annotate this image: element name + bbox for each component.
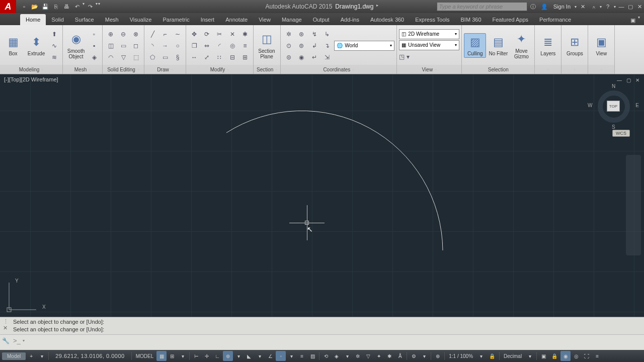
solidediting-expand-icon[interactable]: ▾ — [137, 67, 139, 72]
visual-style-combo[interactable]: ◫ 2D Wireframe▾ — [399, 29, 459, 39]
move-icon[interactable]: ✥ — [188, 29, 200, 40]
units-readout[interactable]: Decimal — [501, 351, 524, 361]
redo-dropdown-icon[interactable]: ▾ — [96, 2, 98, 12]
lineweight-icon[interactable]: ≡ — [297, 351, 307, 361]
infer-toggle-icon[interactable]: ⊢ — [191, 351, 201, 361]
scale-icon[interactable]: ⤢ — [201, 52, 213, 63]
viewcube-w[interactable]: W — [588, 103, 592, 108]
navigation-bar[interactable] — [626, 155, 641, 255]
layouts-menu-icon[interactable]: ▾ — [37, 351, 47, 361]
layers-expand-icon[interactable]: ▾ — [547, 67, 549, 72]
dynucs-icon[interactable]: ✲ — [353, 351, 363, 361]
trim-icon[interactable]: ✂ — [213, 29, 225, 40]
erase-icon[interactable]: ✕ — [226, 29, 238, 40]
ribbon-collapse-icon[interactable]: ▣ — [628, 15, 638, 25]
modelspace-button[interactable]: MODEL — [133, 351, 156, 361]
polygon-icon[interactable]: ⬠ — [146, 52, 158, 63]
polyline-icon[interactable]: ⌐ — [159, 29, 171, 40]
loft-icon[interactable]: ≋ — [48, 52, 60, 63]
model-tab[interactable]: Model — [2, 352, 26, 360]
add-layout-icon[interactable]: + — [26, 351, 36, 361]
viewcube[interactable]: TOP N S E W — [594, 86, 634, 127]
presspull-icon[interactable]: ⬆ — [48, 29, 60, 40]
coordinates-readout[interactable]: 29.6212, 13.0106, 0.0000 — [50, 353, 129, 359]
ortho-toggle-icon[interactable]: ∟ — [212, 351, 222, 361]
mesh-less-icon[interactable]: ▪ — [88, 40, 100, 51]
mirror-icon[interactable]: ⇔ — [201, 40, 213, 51]
mesh-expand-icon[interactable]: ▾ — [89, 67, 91, 72]
grid-toggle-icon[interactable]: ▦ — [156, 351, 167, 361]
exchange-icon[interactable]: ✕ — [578, 2, 588, 12]
scale-menu-icon[interactable]: ▾ — [476, 351, 486, 361]
mesh-more-icon[interactable]: ▫ — [88, 29, 100, 40]
union-icon[interactable]: ⊕ — [105, 29, 117, 40]
tab-mesh[interactable]: Mesh — [100, 14, 124, 25]
coordinates-expand-icon[interactable]: ▾ — [352, 67, 354, 72]
thicken-icon[interactable]: ▭ — [117, 40, 129, 51]
open-icon[interactable]: 📂 — [30, 2, 40, 12]
stretch-icon[interactable]: ↔ — [188, 52, 200, 63]
user-icon[interactable]: 👤 — [539, 2, 549, 12]
new-icon[interactable]: ▫ — [19, 2, 29, 12]
infocenter-icon[interactable]: ⓘ — [528, 2, 538, 12]
isolate-icon[interactable]: ◎ — [571, 351, 581, 361]
tab-bim360[interactable]: BIM 360 — [455, 14, 487, 25]
osnap-menu-icon[interactable]: ▾ — [286, 351, 296, 361]
ucs-prev-icon[interactable]: ↵ — [308, 52, 320, 63]
ucs-origin-icon[interactable]: ↯ — [308, 29, 320, 40]
workspace-icon[interactable]: ⚙ — [409, 351, 419, 361]
help-dropdown-icon[interactable]: ▾ — [614, 5, 616, 9]
transparency-icon[interactable]: ▨ — [307, 351, 317, 361]
circle-icon[interactable]: ○ — [172, 40, 184, 51]
viewcube-n[interactable]: N — [612, 83, 615, 89]
snap-toggle-icon[interactable]: ⊞ — [167, 351, 177, 361]
a360-dropdown-icon[interactable]: ▾ — [600, 5, 602, 9]
cleanscreen-icon[interactable]: ⛶ — [582, 351, 592, 361]
explode-icon[interactable]: ✱ — [239, 29, 251, 40]
quickprops-icon[interactable]: ▣ — [538, 351, 548, 361]
annotation-vis-icon[interactable]: ✱ — [384, 351, 394, 361]
annomonitor-icon[interactable]: ⊕ — [433, 351, 443, 361]
3dosnap-menu-icon[interactable]: ▾ — [342, 351, 352, 361]
3dosnap-icon[interactable]: ◈ — [332, 351, 342, 361]
view-big-button[interactable]: ▣View — [590, 34, 612, 57]
dynamic-input-icon[interactable]: ✛ — [202, 351, 212, 361]
groups-button[interactable]: ⊞Groups — [564, 34, 586, 57]
ucs-icon[interactable]: ✲ — [283, 29, 295, 40]
mesh-refine-icon[interactable]: ◈ — [88, 52, 100, 63]
tab-visualize[interactable]: Visualize — [124, 14, 157, 25]
arc-icon[interactable]: ◝ — [146, 40, 158, 51]
osnap-toggle-icon[interactable]: ▫ — [276, 351, 286, 361]
viewcube-e[interactable]: E — [635, 103, 639, 108]
redo-icon[interactable]: ↷ — [85, 2, 95, 12]
groups-expand-icon[interactable]: ▾ — [574, 67, 576, 72]
maximize-button[interactable]: ▢ — [626, 2, 635, 11]
undo-dropdown-icon[interactable]: ▾ — [83, 2, 85, 12]
fillet-edge-icon[interactable]: ◠ — [105, 52, 117, 63]
tab-surface[interactable]: Surface — [69, 14, 100, 25]
hardware-accel-icon[interactable]: ◉ — [560, 351, 571, 361]
tab-view[interactable]: View — [253, 14, 276, 25]
customize-status-icon[interactable]: ≡ — [592, 351, 602, 361]
gizmo-status-icon[interactable]: ✦ — [374, 351, 384, 361]
scale-lock-icon[interactable]: 🔒 — [487, 351, 498, 361]
autoscale-icon[interactable]: Å — [395, 351, 405, 361]
copy-icon[interactable]: ❐ — [188, 40, 200, 51]
filter-icon[interactable]: ▽ — [363, 351, 373, 361]
tab-annotate[interactable]: Annotate — [220, 14, 253, 25]
offset-icon[interactable]: ◎ — [226, 40, 238, 51]
rectangle-icon[interactable]: ▭ — [159, 52, 171, 63]
slice-icon[interactable]: ◫ — [105, 40, 117, 51]
saveas-icon[interactable]: ⎘ — [51, 2, 61, 12]
move-gizmo-button[interactable]: ✦Move Gizmo — [510, 31, 532, 60]
ribbon-collapse-dropdown-icon[interactable]: ▾ — [638, 15, 640, 25]
box-button[interactable]: ▦Box — [2, 34, 24, 57]
join-icon[interactable]: ⊞ — [239, 52, 251, 63]
taper-icon[interactable]: ▽ — [117, 52, 129, 63]
smooth-object-button[interactable]: ◉Smooth Object — [65, 31, 87, 60]
signin-dropdown-icon[interactable]: ▾ — [575, 5, 577, 9]
close-button[interactable]: ✕ — [635, 2, 644, 11]
tab-performance[interactable]: Performance — [534, 14, 577, 25]
nofilter-button[interactable]: ▤No Filter — [487, 34, 509, 57]
break-icon[interactable]: ⊟ — [226, 52, 238, 63]
